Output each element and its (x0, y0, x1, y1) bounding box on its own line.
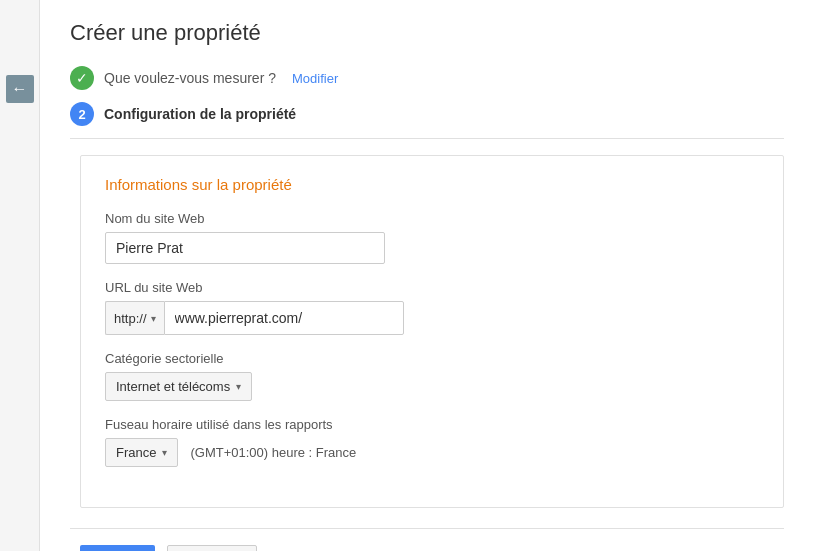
create-button[interactable]: Créer (80, 545, 155, 551)
step-2-row: 2 Configuration de la propriété (70, 102, 784, 126)
card-title: Informations sur la propriété (105, 176, 759, 193)
left-sidebar: ← (0, 0, 40, 551)
timezone-select-button[interactable]: France ▾ (105, 438, 178, 467)
website-name-group: Nom du site Web (105, 211, 759, 264)
modifier-link[interactable]: Modifier (292, 71, 338, 86)
timezone-label: Fuseau horaire utilisé dans les rapports (105, 417, 759, 432)
step-2-icon: 2 (70, 102, 94, 126)
timezone-description: (GMT+01:00) heure : France (190, 445, 356, 460)
category-value: Internet et télécoms (116, 379, 230, 394)
category-chevron-icon: ▾ (236, 381, 241, 392)
property-card: Informations sur la propriété Nom du sit… (80, 155, 784, 508)
timezone-country: France (116, 445, 156, 460)
step-1-icon: ✓ (70, 66, 94, 90)
page-title: Créer une propriété (70, 20, 784, 46)
category-label: Catégorie sectorielle (105, 351, 759, 366)
step-1-label: Que voulez-vous mesurer ? (104, 70, 276, 86)
website-url-group: URL du site Web http:// ▾ (105, 280, 759, 335)
timezone-group: Fuseau horaire utilisé dans les rapports… (105, 417, 759, 467)
url-input[interactable] (164, 301, 404, 335)
page-container: ← Créer une propriété ✓ Que voulez-vous … (0, 0, 814, 551)
step-2-label: Configuration de la propriété (104, 106, 296, 122)
category-group: Catégorie sectorielle Internet et téléco… (105, 351, 759, 401)
website-name-input[interactable] (105, 232, 385, 264)
step-1-row: ✓ Que voulez-vous mesurer ? Modifier (70, 66, 784, 90)
timezone-row: France ▾ (GMT+01:00) heure : France (105, 438, 759, 467)
protocol-value: http:// (114, 311, 147, 326)
back-icon: ← (12, 80, 28, 98)
timezone-chevron-icon: ▾ (162, 447, 167, 458)
section-divider (70, 138, 784, 139)
back-button[interactable]: ← (6, 75, 34, 103)
buttons-row: Créer Annuler (80, 545, 784, 551)
main-content: Créer une propriété ✓ Que voulez-vous me… (40, 0, 814, 551)
url-row: http:// ▾ (105, 301, 759, 335)
category-select-button[interactable]: Internet et télécoms ▾ (105, 372, 252, 401)
cancel-button[interactable]: Annuler (167, 545, 257, 551)
website-name-label: Nom du site Web (105, 211, 759, 226)
website-url-label: URL du site Web (105, 280, 759, 295)
step-2-number: 2 (78, 107, 85, 122)
bottom-divider (70, 528, 784, 529)
check-icon: ✓ (76, 70, 88, 86)
protocol-select[interactable]: http:// ▾ (105, 301, 164, 335)
protocol-chevron-icon: ▾ (151, 313, 156, 324)
